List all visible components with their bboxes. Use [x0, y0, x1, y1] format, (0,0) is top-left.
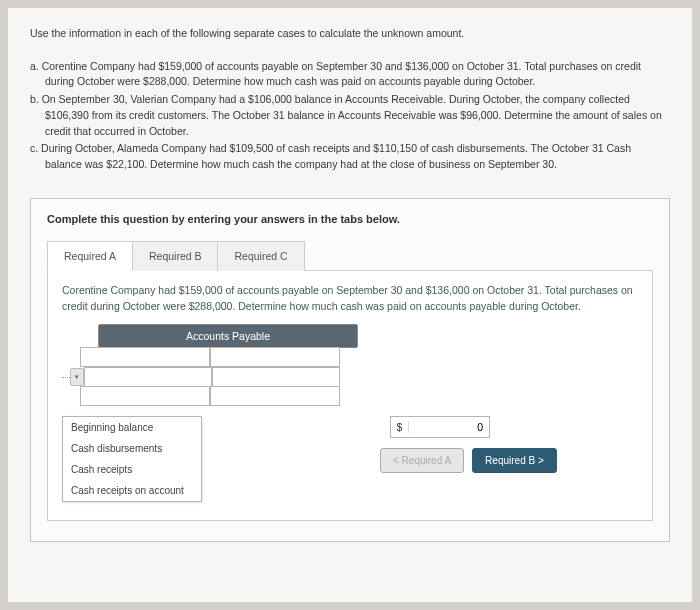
dropdown-handle-icon[interactable]: ▾: [70, 368, 84, 386]
t-cell-credit-3[interactable]: [210, 386, 340, 406]
question-b: b. On September 30, Valerian Company had…: [30, 92, 670, 139]
tabs-row: Required A Required B Required C: [47, 241, 653, 271]
tab-required-a[interactable]: Required A: [47, 241, 133, 271]
prev-button[interactable]: < Required A: [380, 448, 464, 473]
t-account: Accounts Payable ▾: [62, 324, 557, 502]
t-account-grid-top: [80, 348, 340, 367]
t-cell-debit-3[interactable]: [80, 386, 210, 406]
dropdown-option-receipts[interactable]: Cash receipts: [63, 459, 201, 480]
dropdown-option-receipts-account[interactable]: Cash receipts on account: [63, 480, 201, 501]
t-account-wrap: Accounts Payable ▾: [62, 324, 638, 502]
t-cell-debit-2[interactable]: [84, 367, 212, 387]
t-cell-credit[interactable]: [210, 347, 340, 367]
account-header: Accounts Payable: [98, 324, 358, 348]
dropdown-options: Beginning balance Cash disbursements Cas…: [62, 416, 202, 502]
t-account-grid-bottom: [80, 387, 340, 406]
result-box: $ 0: [390, 416, 490, 438]
intro-text: Use the information in each of the follo…: [30, 26, 670, 41]
question-a: a. Corentine Company had $159,000 of acc…: [30, 59, 670, 91]
question-c: c. During October, Alameda Company had $…: [30, 141, 670, 173]
dropdown-option-disbursements[interactable]: Cash disbursements: [63, 438, 201, 459]
tab-required-b[interactable]: Required B: [132, 241, 219, 271]
tab-question-text: Corentine Company had $159,000 of accoun…: [62, 283, 638, 315]
result-value: 0: [409, 421, 489, 433]
tab-required-c[interactable]: Required C: [217, 241, 304, 271]
t-cell-credit-2[interactable]: [212, 367, 340, 387]
nav-row: < Required A Required B >: [380, 448, 557, 473]
tab-content: Corentine Company had $159,000 of accoun…: [47, 270, 653, 522]
dropdown-option-beginning[interactable]: Beginning balance: [63, 417, 201, 438]
questions-list: a. Corentine Company had $159,000 of acc…: [30, 59, 670, 173]
answer-panel: Complete this question by entering your …: [30, 198, 670, 543]
currency-symbol: $: [391, 421, 409, 433]
dotted-connector: [62, 377, 70, 378]
problem-container: Use the information in each of the follo…: [8, 8, 692, 602]
next-button[interactable]: Required B >: [472, 448, 557, 473]
t-cell-debit[interactable]: [80, 347, 210, 367]
complete-instruction: Complete this question by entering your …: [47, 213, 653, 225]
